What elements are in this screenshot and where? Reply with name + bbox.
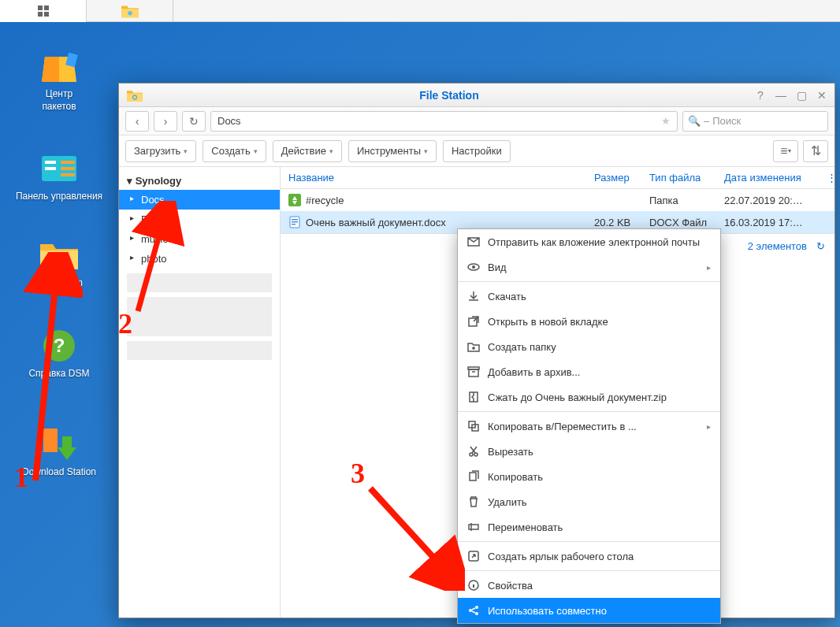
- svg-point-35: [469, 609, 472, 612]
- refresh-button[interactable]: ↻: [816, 240, 825, 252]
- chevron-right-icon: ▸: [707, 263, 711, 272]
- sort-button[interactable]: ⇅: [803, 140, 828, 162]
- svg-point-36: [475, 606, 478, 609]
- menu-item-label: Копировать: [488, 471, 543, 483]
- svg-rect-19: [292, 219, 298, 221]
- menu-item-label: Вырезать: [488, 446, 533, 458]
- menu-item-newfolder[interactable]: Создать папку: [458, 334, 720, 359]
- svg-text:?: ?: [54, 335, 65, 356]
- svg-rect-31: [470, 473, 476, 480]
- menu-item-zip[interactable]: Сжать до Очень важный документ.zip: [458, 384, 720, 410]
- menu-item-label: Создать папку: [488, 341, 556, 353]
- minimize-button[interactable]: —: [775, 89, 787, 102]
- tree-placeholder: [127, 297, 272, 336]
- view-list-button[interactable]: ≡ ▾: [773, 140, 798, 162]
- menu-item-archive[interactable]: Добавить в архив...: [458, 359, 720, 384]
- col-type[interactable]: Тип файла: [641, 172, 716, 184]
- tree-item-photo[interactable]: photo: [119, 249, 280, 269]
- info-icon: [467, 579, 480, 592]
- bag-icon: [37, 47, 81, 85]
- create-button[interactable]: Создать▾: [203, 140, 266, 162]
- trash-icon: [467, 495, 480, 508]
- action-button[interactable]: Действие▾: [273, 140, 342, 162]
- menu-item-cut[interactable]: Вырезать: [458, 439, 720, 464]
- tree-item-music[interactable]: music: [119, 229, 280, 249]
- menu-item-label: Сжать до Очень важный документ.zip: [488, 391, 667, 403]
- recycle-icon: [288, 194, 301, 206]
- svg-rect-20: [292, 221, 298, 223]
- taskbar-apps[interactable]: [0, 0, 87, 22]
- desktop-icon-ctrl[interactable]: Панель управления: [8, 150, 110, 203]
- col-more[interactable]: ⋮: [819, 172, 834, 184]
- tools-button[interactable]: Инструменты▾: [348, 140, 437, 162]
- upload-button[interactable]: Загрузить▾: [125, 140, 196, 162]
- menu-item-info[interactable]: Свойства: [458, 573, 720, 598]
- share-icon: [467, 604, 480, 617]
- menu-separator: [458, 411, 720, 412]
- search-placeholder: Поиск: [712, 115, 741, 127]
- menu-item-trash[interactable]: Удалить: [458, 489, 720, 514]
- menu-item-copy[interactable]: Копировать: [458, 464, 720, 489]
- menu-item-label: Вид: [488, 262, 507, 273]
- svg-rect-8: [61, 173, 75, 176]
- svg-point-30: [474, 453, 478, 456]
- menu-item-share[interactable]: Использовать совместно: [458, 598, 720, 623]
- search-icon: 🔍: [688, 115, 701, 127]
- menu-item-mail[interactable]: Отправить как вложение электронной почты: [458, 229, 720, 254]
- desktop-icon-fs[interactable]: File Station: [8, 236, 110, 290]
- star-icon[interactable]: ★: [661, 115, 671, 127]
- desktop-label: Центрпакетов: [8, 88, 110, 113]
- maximize-button[interactable]: ▢: [795, 89, 808, 102]
- forward-button[interactable]: ›: [154, 111, 177, 132]
- menu-item-shortcut[interactable]: Создать ярлык рабочего стола: [458, 544, 720, 569]
- tree-item-films[interactable]: Films: [119, 210, 280, 229]
- settings-button[interactable]: Настройки: [443, 140, 511, 162]
- col-size[interactable]: Размер: [586, 172, 641, 184]
- menu-item-label: Переименовать: [488, 521, 563, 533]
- window-controls: ? — ▢ ✕: [754, 89, 828, 102]
- menu-item-label: Копировать в/Переместить в ...: [488, 421, 637, 432]
- window-title: File Station: [144, 89, 754, 102]
- archive-icon: [467, 365, 480, 378]
- reload-button[interactable]: ↻: [182, 111, 206, 132]
- menu-item-rename[interactable]: Переименовать: [458, 514, 720, 540]
- file-name: #recycle: [306, 195, 344, 206]
- help-icon: ?: [37, 327, 81, 365]
- newtab-icon: [467, 315, 480, 328]
- desktop-label: Справка DSM: [8, 368, 110, 380]
- svg-rect-14: [43, 429, 58, 452]
- copy-icon: [467, 470, 480, 483]
- file-date: 16.03.2019 17:…: [716, 217, 819, 228]
- menu-item-eye[interactable]: Вид▸: [458, 254, 720, 280]
- tree-root[interactable]: ▾ Synology: [119, 172, 280, 190]
- help-button[interactable]: ?: [754, 89, 767, 102]
- back-button[interactable]: ‹: [125, 111, 149, 132]
- file-date: 22.07.2019 20:…: [716, 195, 819, 206]
- download-icon: [467, 290, 480, 302]
- col-name[interactable]: Название: [281, 172, 586, 184]
- search-input[interactable]: 🔍 – Поиск: [682, 111, 828, 132]
- svg-point-37: [475, 612, 478, 615]
- path-input[interactable]: Docs ★: [210, 111, 678, 132]
- table-row[interactable]: #recycle Папка 22.07.2019 20:…: [281, 189, 834, 211]
- desktop-icon-help[interactable]: ? Справка DSM: [8, 327, 110, 380]
- menu-item-download[interactable]: Скачать: [458, 284, 720, 309]
- download-icon: [37, 425, 81, 463]
- menu-item-label: Открыть в новой вкладке: [488, 316, 608, 328]
- menu-item-label: Создать ярлык рабочего стола: [488, 551, 634, 562]
- menu-item-newtab[interactable]: Открыть в новой вкладке: [458, 309, 720, 334]
- taskbar-filestation[interactable]: [87, 0, 173, 22]
- status-count: 2 элементов: [748, 240, 807, 252]
- col-date[interactable]: Дата изменения: [716, 172, 819, 184]
- cut-icon: [467, 445, 480, 458]
- svg-rect-6: [61, 161, 75, 164]
- desktop-icon-dl[interactable]: Download Station: [8, 425, 110, 479]
- close-button[interactable]: ✕: [816, 89, 828, 102]
- menu-item-label: Удалить: [488, 496, 527, 508]
- tree-item-docs[interactable]: Docs: [119, 190, 280, 210]
- menu-separator: [458, 541, 720, 542]
- desktop-icon-pkg[interactable]: Центрпакетов: [8, 47, 110, 113]
- file-type: DOCX Файл: [641, 217, 716, 228]
- menu-item-copymove[interactable]: Копировать в/Переместить в ...▸: [458, 414, 720, 439]
- svg-point-29: [470, 453, 473, 456]
